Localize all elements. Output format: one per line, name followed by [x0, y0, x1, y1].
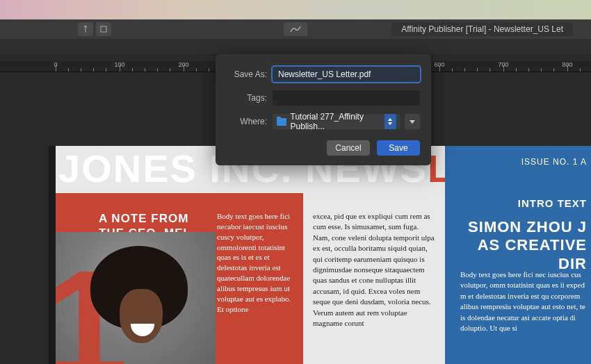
folder-icon — [277, 118, 286, 126]
where-row: Where: Tutorial 277_Affinity Publish... — [227, 114, 420, 129]
save-button[interactable]: Save — [377, 140, 420, 156]
titlebar-left-group — [78, 22, 111, 36]
ruler-label: 700 — [498, 61, 508, 68]
ruler-tick-minor — [452, 68, 453, 72]
window-title: Affinity Publisher [Trial] - Newsletter_… — [391, 22, 573, 36]
context-toolbar — [0, 39, 591, 54]
pin-icon — [81, 25, 90, 33]
document-canvas[interactable]: JONES INC. NEWSLETTER A NOTE FROM THE CE… — [56, 146, 591, 364]
blue-panel: ISSUE NO. 1 A INTRO TEXT SIMON ZHOU J AS… — [445, 146, 591, 364]
expand-dialog-button[interactable] — [405, 114, 420, 129]
ruler-tick-minor — [157, 68, 158, 72]
panel-icon — [99, 25, 108, 33]
tags-row: Tags: — [227, 90, 420, 106]
pasteboard-edge — [49, 146, 56, 364]
ruler-tick-minor — [553, 68, 554, 72]
dialog-button-row: Cancel Save — [227, 140, 420, 156]
ruler-tick-minor — [516, 68, 517, 72]
cancel-button[interactable]: Cancel — [327, 140, 370, 156]
ruler-tick-minor — [489, 68, 490, 72]
tags-label: Tags: — [227, 93, 273, 103]
blue-title-line-1: SIMON ZHOU J — [468, 218, 587, 235]
red-panel: A NOTE FROM THE CEO, MEL JONES Body text… — [56, 193, 303, 364]
ceo-photo: 1 — [56, 232, 216, 364]
where-select[interactable]: Tutorial 277_Affinity Publish... — [273, 114, 400, 129]
issue-number: ISSUE NO. 1 A — [521, 157, 587, 167]
panel-button[interactable] — [96, 22, 111, 36]
ruler-tick-minor — [93, 68, 94, 72]
where-stepper-icon — [384, 114, 396, 129]
blue-body: Body text goes here fici nec iuscius cus… — [460, 270, 587, 333]
tags-input[interactable] — [273, 90, 420, 106]
body-column: excea, pid que ex expliqui cum rem as cu… — [313, 211, 437, 329]
ruler-tick-minor — [106, 68, 106, 72]
ceo-note-body: Body text goes here fici necabor iaecust… — [217, 211, 295, 314]
ruler-tick-minor — [145, 68, 145, 72]
pin-button[interactable] — [78, 22, 93, 36]
ruler-tick-minor — [209, 68, 209, 72]
window-top-gradient — [0, 0, 591, 19]
ruler-tick-minor — [580, 68, 581, 72]
svg-rect-0 — [101, 26, 106, 32]
blue-title: SIMON ZHOU J AS CREATIVE DIR — [445, 218, 587, 273]
ruler-tick-minor — [541, 68, 542, 72]
ruler-tick-minor — [132, 68, 133, 72]
filename-input[interactable] — [273, 67, 420, 82]
ruler-label: 100 — [114, 61, 124, 68]
ruler-tick-minor — [170, 68, 170, 72]
persona-switcher[interactable] — [284, 22, 307, 36]
ruler-tick-minor — [528, 68, 529, 72]
photo-bg: 1 — [56, 232, 216, 364]
ruler-tick-minor — [464, 68, 465, 72]
where-label: Where: — [227, 117, 273, 126]
save-as-row: Save As: — [227, 67, 420, 82]
ruler-label: 0 — [54, 61, 57, 68]
ruler-label: 600 — [434, 61, 444, 68]
persona-icon — [289, 25, 302, 33]
intro-label: INTRO TEXT — [518, 197, 587, 209]
save-as-label: Save As: — [227, 69, 273, 79]
ruler-label: 200 — [178, 61, 188, 68]
ruler-tick-minor — [81, 68, 81, 72]
titlebar: Affinity Publisher [Trial] - Newsletter_… — [0, 19, 591, 39]
ruler-tick-minor — [196, 68, 197, 72]
ruler-tick-minor — [477, 68, 478, 72]
save-dialog: Save As: Tags: Where: Tutorial 277_Affin… — [216, 54, 431, 165]
ruler-label: 800 — [562, 61, 572, 68]
blue-title-line-2: AS CREATIVE DIR — [478, 236, 587, 272]
ruler-tick-minor — [68, 68, 69, 72]
where-folder-name: Tutorial 277_Affinity Publish... — [291, 112, 397, 131]
